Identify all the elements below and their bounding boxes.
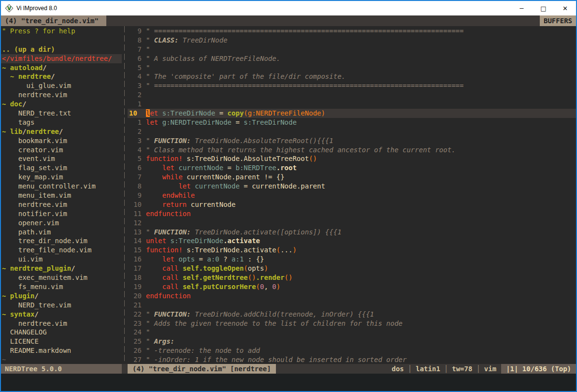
editor-line[interactable]: 4" The 'composite' part of the file/dir … [128,72,576,81]
editor-line[interactable]: 3" FUNCTION: TreeDirNode.AbsoluteTreeRoo… [128,136,576,145]
editor-line[interactable]: 23" Adds the given treenode to the list … [128,319,576,328]
nerdtree-item[interactable]: ui_glue.vim [1,81,122,90]
editor-line[interactable]: 21 [128,301,576,310]
nerdtree-item[interactable]: ~ autoload/ [1,63,122,73]
editor-line[interactable]: 9" =====================================… [128,27,576,36]
nerdtree-item[interactable]: ~ nerdtree/ [1,72,122,81]
editor-line[interactable]: 15function! s:TreeDirNode.activate(...) [128,246,576,255]
tabline-filler [106,15,540,26]
close-button[interactable]: ✕ [554,1,576,15]
nerdtree-item[interactable]: path.vim [1,228,122,237]
window-split-separator[interactable] [122,26,128,364]
nerdtree-item[interactable]: .. (up a dir) [1,45,122,54]
editor-line[interactable]: 6" A subclass of NERDTreeFileNode. [128,54,576,63]
nerdtree-item[interactable]: menu_item.vim [1,191,122,200]
line-number: 2 [128,90,146,100]
line-number: 6 [128,54,146,63]
line-number: 4 [128,145,146,155]
nerdtree-item[interactable]: ~ nerdtree_plugin/ [1,264,122,273]
nerdtree-item[interactable]: notifier.vim [1,209,122,218]
editor-line[interactable]: 1 [128,100,576,109]
editor-line[interactable]: 16 let opts = a:0 ? a:1 : {} [128,255,576,264]
nerdtree-item[interactable]: tree_dir_node.vim [1,236,122,246]
editor-line[interactable]: 11endfunction [128,209,576,218]
editor-line[interactable]: 8 let currentNode = currentNode.parent [128,182,576,191]
nerdtree-item[interactable]: creator.vim [1,145,122,155]
editor-line[interactable]: 10 return currentNode [128,200,576,209]
editor-line[interactable]: 19 call self.putCursorHere(0, 0) [128,282,576,291]
nerdtree-item[interactable]: menu_controller.vim [1,182,122,191]
line-number: 6 [128,163,146,173]
editor-line[interactable]: 6 let currentNode = b:NERDTree.root [128,163,576,173]
editor-line[interactable]: 20endfunction [128,291,576,301]
nerdtree-item[interactable]: flag_set.vim [1,163,122,173]
nerdtree-item[interactable]: CHANGELOG [1,328,122,337]
tab-tree-dir-node[interactable]: (4) "tree_dir_node.vim" [1,15,106,26]
buffers-label[interactable]: BUFFERS [540,15,576,26]
nerdtree-item[interactable]: nerdtree.vim [1,319,122,328]
line-number: 20 [128,291,146,301]
nerdtree-item[interactable]: ~ lib/nerdtree/ [1,127,122,136]
line-number: 14 [128,236,146,246]
nerdtree-item[interactable]: ~ doc/ [1,100,122,109]
maximize-button[interactable]: □ [533,1,554,15]
editor-line[interactable]: 5function! s:TreeDirNode.AbsoluteTreeRoo… [128,154,576,163]
editor-line[interactable]: 2 [128,127,576,136]
nerdtree-item[interactable]: tree_file_node.vim [1,246,122,255]
nerdtree-item[interactable]: bookmark.vim [1,136,122,145]
editor-line[interactable]: 5" [128,63,576,73]
status-filename: (4) "tree_dir_node.vim" [nerdtree] [128,364,276,374]
main-area: " Press ? for help.. (up a dir)</vimfile… [1,26,576,364]
nerdtree-item[interactable]: key_map.vim [1,173,122,182]
nerdtree-item[interactable]: </vimfiles/bundle/nerdtree/ [1,54,122,63]
editor-line[interactable]: 27" -inOrder: 1 if the new node should b… [128,355,576,364]
editor-line[interactable]: 8" CLASS: TreeDirNode [128,36,576,45]
editor-line[interactable]: 1let g:NERDTreeDirNode = s:TreeDirNode [128,118,576,127]
nerdtree-item[interactable]: nerdtree.vim [1,90,122,100]
editor-line[interactable]: 4" Class method that returns the highest… [128,145,576,155]
line-number: 27 [128,355,146,364]
nerdtree-item[interactable]: fs_menu.vim [1,282,122,291]
editor-line[interactable]: 17 call self.toggleOpen(opts) [128,264,576,273]
editor-line[interactable]: 2 [128,90,576,100]
editor-line[interactable]: 9 endwhile [128,191,576,200]
nerdtree-item[interactable]: NERD_tree.txt [1,109,122,118]
status-separator-icon: │ [404,365,416,373]
nerdtree-item[interactable] [1,36,122,45]
editor-line[interactable]: 13" FUNCTION: TreeDirNode.activate([opti… [128,228,576,237]
nerdtree-item[interactable]: tags [1,118,122,127]
editor-line[interactable]: 14unlet s:TreeDirNode.activate [128,236,576,246]
nerdtree-item[interactable]: exec_menuitem.vim [1,273,122,282]
line-number: 7 [128,45,146,54]
minimize-button[interactable]: ─ [511,1,533,15]
editor-line[interactable]: 24" [128,328,576,337]
status-gap [122,364,128,374]
nerdtree-item[interactable]: README.markdown [1,346,122,355]
nerdtree-item[interactable]: opener.vim [1,218,122,228]
nerdtree-item[interactable]: ui.vim [1,255,122,264]
editor-line[interactable]: 3" =====================================… [128,81,576,90]
editor-line[interactable]: 7 while currentNode.parent != {} [128,173,576,182]
editor-line[interactable]: 25" Args: [128,337,576,346]
editor-lines: 9" =====================================… [128,27,576,364]
editor-line[interactable]: 22" FUNCTION: TreeDirNode.addChild(treen… [128,310,576,319]
status-encoding: latin1 [416,365,440,373]
command-line[interactable] [1,374,576,391]
nerdtree-item[interactable]: ~ plugin/ [1,291,122,301]
nerdtree-panel: " Press ? for help.. (up a dir)</vimfile… [1,26,122,364]
editor-line[interactable]: 18 call self.getNerdtree().render() [128,273,576,282]
editor-line[interactable]: 12 [128,218,576,228]
editor-line[interactable]: 7" [128,45,576,54]
editor-line[interactable]: 26" -treenode: the node to add [128,346,576,355]
nerdtree-item[interactable]: NERD_tree.vim [1,301,122,310]
nerdtree-item[interactable]: ~ syntax/ [1,310,122,319]
nerdtree-item[interactable]: " Press ? for help [1,27,122,36]
editor-line[interactable]: 10let s:TreeDirNode = copy(g:NERDTreeFil… [128,109,576,118]
nerdtree-item[interactable]: LICENCE [1,337,122,346]
line-number: 11 [128,209,146,218]
nerdtree-item[interactable]: nerdtree.vim [1,200,122,209]
nerdtree-item[interactable]: ~ [1,355,122,364]
line-number: 8 [128,36,146,45]
nerdtree-item[interactable]: event.vim [1,154,122,163]
line-number: 18 [128,273,146,282]
